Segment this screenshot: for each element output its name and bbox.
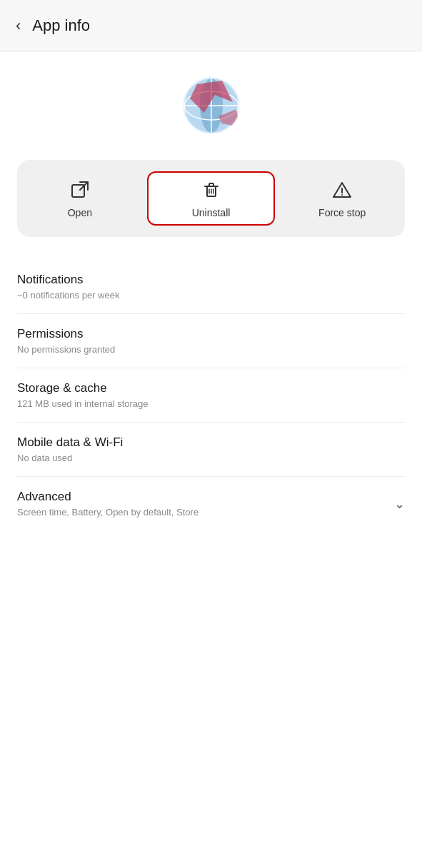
permissions-item[interactable]: Permissions No permissions granted (17, 314, 405, 368)
uninstall-icon (200, 178, 223, 201)
mobile-data-subtitle: No data used (17, 453, 405, 463)
open-icon (69, 178, 91, 201)
storage-subtitle: 121 MB used in internal storage (17, 398, 405, 409)
permissions-subtitle: No permissions granted (17, 344, 405, 355)
storage-item[interactable]: Storage & cache 121 MB used in internal … (17, 368, 405, 423)
page-title: App info (32, 16, 90, 35)
open-button[interactable]: Open (17, 173, 143, 224)
permissions-title: Permissions (17, 327, 405, 341)
notifications-item[interactable]: Notifications ~0 notifications per week (17, 260, 405, 314)
uninstall-label: Uninstall (192, 207, 231, 218)
advanced-item[interactable]: Advanced Screen time, Battery, Open by d… (17, 477, 405, 530)
force-stop-button[interactable]: Force stop (279, 173, 405, 224)
advanced-subtitle: Screen time, Battery, Open by default, S… (17, 507, 199, 518)
chevron-down-icon: ⌄ (394, 496, 405, 512)
uninstall-button[interactable]: Uninstall (147, 171, 276, 226)
open-label: Open (68, 207, 92, 218)
notifications-title: Notifications (17, 273, 405, 287)
advanced-title: Advanced (17, 490, 199, 504)
advanced-text: Advanced Screen time, Battery, Open by d… (17, 490, 199, 518)
app-info-header: ‹ App info (0, 0, 422, 51)
storage-title: Storage & cache (17, 381, 405, 395)
force-stop-label: Force stop (318, 207, 366, 218)
mobile-data-item[interactable]: Mobile data & Wi-Fi No data used (17, 423, 405, 477)
settings-list: Notifications ~0 notifications per week … (0, 260, 422, 530)
app-icon (183, 77, 240, 134)
action-buttons-row: Open Uninstall Force stop (17, 160, 405, 237)
svg-point-17 (341, 194, 343, 196)
back-arrow-icon: ‹ (16, 16, 21, 35)
force-stop-icon (331, 178, 353, 201)
back-button[interactable]: ‹ (13, 14, 32, 38)
mobile-data-title: Mobile data & Wi-Fi (17, 435, 405, 450)
app-icon-svg (183, 77, 240, 134)
svg-rect-11 (209, 183, 213, 186)
notifications-subtitle: ~0 notifications per week (17, 290, 405, 301)
app-icon-area (0, 51, 422, 160)
advanced-row: Advanced Screen time, Battery, Open by d… (17, 490, 405, 518)
